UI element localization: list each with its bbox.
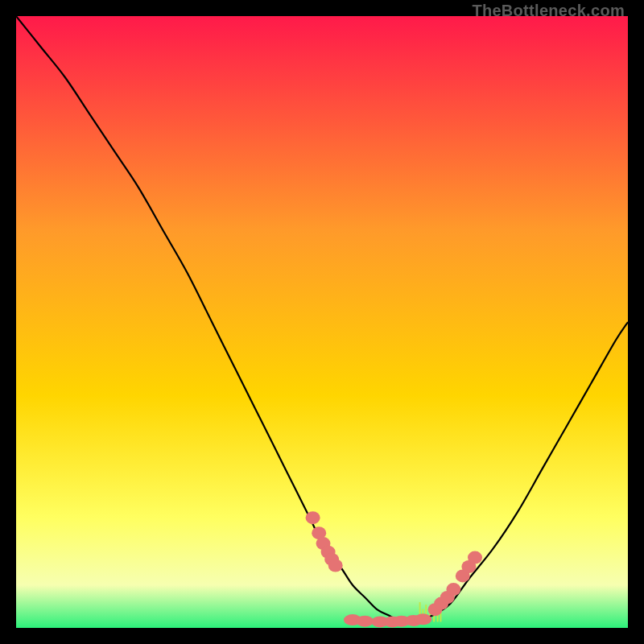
watermark-text: TheBottleneck.com bbox=[472, 2, 625, 20]
data-marker bbox=[328, 559, 343, 572]
data-marker bbox=[356, 616, 374, 627]
bottleneck-chart bbox=[16, 16, 628, 628]
chart-frame bbox=[16, 16, 628, 628]
data-marker bbox=[468, 551, 482, 564]
data-marker bbox=[446, 583, 460, 596]
data-marker bbox=[414, 613, 431, 625]
data-marker bbox=[306, 511, 320, 524]
